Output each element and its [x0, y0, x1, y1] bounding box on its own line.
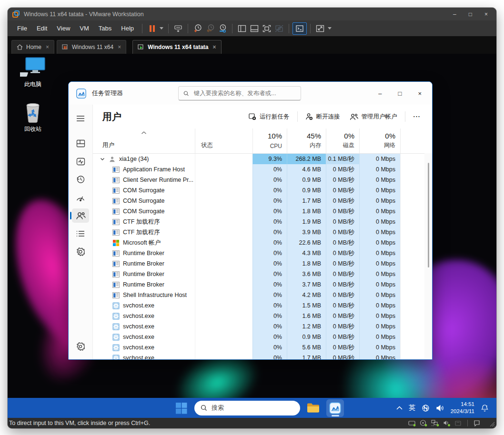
process-row[interactable]: Runtime Broker0%1.8 MB0 MB/秒0 Mbps	[93, 258, 424, 269]
column-header-user[interactable]: 用户	[93, 129, 195, 153]
menu-edit[interactable]: Edit	[32, 22, 52, 34]
svg-text:z: z	[486, 405, 487, 407]
tm-nav-users[interactable]	[72, 208, 89, 223]
process-row[interactable]: Application Frame Host0%4.6 MB0 MB/秒0 Mb…	[93, 164, 424, 175]
user-group-row[interactable]: xia1ge (34)9.3%268.2 MB0.1 MB/秒0 Mbps	[93, 154, 424, 164]
process-row[interactable]: Shell Infrastructure Host0%4.2 MB0 MB/秒0…	[93, 290, 424, 300]
process-row[interactable]: COM Surrogate0%1.8 MB0 MB/秒0 Mbps	[93, 206, 424, 217]
message-note-icon[interactable]	[474, 420, 480, 426]
tray-chevron-up-icon[interactable]	[396, 406, 403, 410]
process-row[interactable]: svchost.exe0%1.7 MB0 MB/秒0 Mbps	[93, 353, 424, 359]
column-header-network[interactable]: 0% 网络	[359, 129, 400, 153]
vmware-minimize-button[interactable]: –	[453, 11, 456, 18]
tm-nav-settings[interactable]	[72, 339, 89, 354]
menu-file[interactable]: File	[12, 22, 32, 34]
sound-adapter-icon[interactable]	[443, 420, 451, 426]
process-row[interactable]: svchost.exe0%5.6 MB0 MB/秒0 Mbps	[93, 342, 424, 353]
column-header-cpu[interactable]: 10% CPU	[252, 129, 287, 153]
process-row[interactable]: Runtime Broker0%3.6 MB0 MB/秒0 Mbps	[93, 269, 424, 279]
console-view-button[interactable]	[292, 22, 307, 35]
taskbar-search[interactable]: 搜索	[194, 401, 300, 415]
process-row[interactable]: Client Server Runtime Pr...0%0.9 MB0 MB/…	[93, 175, 424, 185]
process-row[interactable]: svchost.exe0%1.5 MB0 MB/秒0 Mbps	[93, 300, 424, 311]
ctrl-alt-del-button[interactable]	[172, 23, 184, 34]
menu-tabs[interactable]: Tabs	[94, 22, 116, 34]
cdrom-device-icon[interactable]	[420, 420, 427, 426]
menu-help[interactable]: Help	[116, 22, 139, 34]
stretch-dropdown[interactable]	[326, 23, 333, 34]
volume-icon[interactable]	[436, 405, 444, 412]
tm-nav-startup-apps[interactable]	[72, 190, 89, 205]
run-new-task-button[interactable]: 运行新任务	[244, 110, 294, 124]
table-scrollbar-thumb[interactable]	[428, 163, 429, 267]
menu-vm[interactable]: VM	[75, 22, 94, 34]
process-row[interactable]: CTF 加载程序0%1.9 MB0 MB/秒0 Mbps	[93, 217, 424, 227]
vm-display[interactable]: 此电脑 回收站	[8, 54, 496, 418]
revert-snapshot-button[interactable]	[204, 23, 216, 34]
tab-close-icon[interactable]: ×	[118, 44, 121, 50]
process-row[interactable]: Runtime Broker0%3.7 MB0 MB/秒0 Mbps	[93, 279, 424, 290]
process-row[interactable]: COM Surrogate0%0.9 MB0 MB/秒0 Mbps	[93, 185, 424, 196]
tab-close-icon[interactable]: ×	[46, 44, 49, 50]
removable-device-icon[interactable]	[454, 420, 462, 426]
resize-grip[interactable]	[489, 421, 495, 427]
vmware-maximize-button[interactable]: □	[469, 11, 472, 18]
process-row[interactable]: CTF 加载程序0%3.9 MB0 MB/秒0 Mbps	[93, 227, 424, 237]
notification-bell-dnd-icon[interactable]: z	[481, 404, 489, 412]
take-snapshot-button[interactable]	[192, 23, 204, 34]
hdd-device-icon[interactable]	[408, 420, 416, 426]
tab-close-icon[interactable]: ×	[212, 44, 216, 50]
vmware-close-button[interactable]: ×	[484, 11, 488, 18]
vmware-window-title: Windows 11 x64 tatata - VMware Workstati…	[24, 11, 144, 18]
process-row[interactable]: svchost.exe0%1.6 MB0 MB/秒0 Mbps	[93, 311, 424, 321]
desktop-icon-this-pc[interactable]: 此电脑	[14, 57, 51, 89]
network-globe-offline-icon[interactable]	[422, 404, 430, 412]
tm-nav-menu-toggle[interactable]	[72, 111, 89, 126]
snapshot-manager-button[interactable]	[216, 23, 229, 34]
network-adapter-icon[interactable]	[431, 420, 439, 426]
table-scrollbar-track[interactable]	[424, 153, 432, 359]
ime-indicator[interactable]: 英	[409, 404, 415, 412]
tm-nav-processes[interactable]	[72, 136, 89, 150]
taskbar-task-manager[interactable]	[326, 399, 344, 417]
tm-nav-details[interactable]	[72, 227, 89, 241]
task-manager-titlebar[interactable]: 任务管理器 – □ ×	[69, 82, 432, 105]
tm-nav-performance[interactable]	[72, 154, 89, 168]
tm-maximize-button[interactable]: □	[398, 90, 402, 97]
taskbar-file-explorer[interactable]	[304, 399, 322, 417]
disconnect-button[interactable]: 断开连接	[301, 110, 344, 124]
power-dropdown[interactable]	[158, 23, 165, 34]
manage-user-accounts-button[interactable]: 管理用户帐户	[345, 110, 402, 124]
chevron-down-icon[interactable]	[100, 156, 105, 162]
stretch-view-button[interactable]	[314, 23, 326, 34]
process-row[interactable]: Runtime Broker0%4.3 MB0 MB/秒0 Mbps	[93, 248, 424, 258]
power-pause-button[interactable]	[146, 23, 158, 34]
more-options-button[interactable]: ···	[409, 111, 426, 122]
tm-nav-services[interactable]	[72, 245, 89, 259]
unity-mode-button[interactable]	[273, 23, 285, 34]
column-header-status[interactable]: 状态	[195, 129, 252, 153]
task-manager-search-input[interactable]	[193, 89, 296, 97]
process-row[interactable]: COM Surrogate0%1.7 MB0 MB/秒0 Mbps	[93, 196, 424, 206]
column-header-memory[interactable]: 45% 内存	[287, 129, 326, 153]
tm-minimize-button[interactable]: –	[378, 90, 382, 97]
fullscreen-button[interactable]	[261, 23, 273, 34]
process-name-cell: Application Frame Host	[93, 164, 195, 175]
process-row[interactable]: Microsoft 帐户0%22.6 MB0 MB/秒0 Mbps	[93, 237, 424, 248]
process-row[interactable]: svchost.exe0%0.9 MB0 MB/秒0 Mbps	[93, 332, 424, 342]
menu-view[interactable]: View	[52, 22, 75, 34]
tab-home[interactable]: Home ×	[11, 40, 54, 54]
start-button[interactable]	[172, 399, 190, 417]
column-header-disk[interactable]: 0% 磁盘	[326, 129, 359, 153]
library-toggle-button[interactable]	[236, 23, 248, 34]
vmware-titlebar[interactable]: Windows 11 x64 tatata - VMware Workstati…	[8, 8, 496, 20]
task-manager-searchbox[interactable]	[178, 86, 301, 100]
desktop-icon-recycle-bin[interactable]: 回收站	[14, 101, 51, 133]
tab-windows-11-x64-tatata[interactable]: Windows 11 x64 tatata ×	[132, 40, 221, 54]
tray-clock[interactable]: 14:51 2024/3/11	[451, 401, 474, 415]
tm-nav-app-history[interactable]	[72, 172, 89, 187]
tm-close-button[interactable]: ×	[418, 90, 422, 97]
thumbnail-bar-toggle-button[interactable]	[248, 23, 261, 34]
process-row[interactable]: svchost.exe0%1.2 MB0 MB/秒0 Mbps	[93, 321, 424, 332]
tab-windows-11-x64[interactable]: Windows 11 x64 ×	[57, 40, 126, 54]
